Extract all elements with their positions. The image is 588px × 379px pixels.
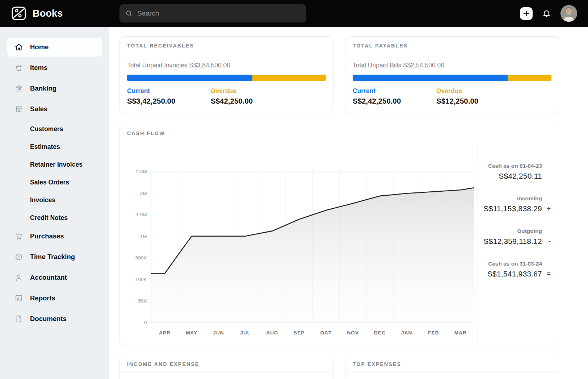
svg-text:DEC: DEC: [374, 330, 386, 336]
search-icon: [125, 10, 133, 17]
sidebar-item-sales[interactable]: Sales: [7, 100, 102, 118]
sidebar-item-label: Accountant: [30, 274, 67, 282]
summary-label: Cash as on 31-03-24: [478, 261, 542, 267]
summary-value: S$42,250.11: [478, 172, 542, 180]
svg-text:0: 0: [144, 320, 147, 325]
sidebar-item-estimates[interactable]: Estimates: [7, 138, 102, 156]
quick-create-button[interactable]: [520, 7, 533, 20]
notifications-button[interactable]: [542, 9, 551, 18]
card-title: INCOME AND EXPENSE: [120, 355, 333, 373]
summary-value: S$1,541,933.67: [478, 270, 542, 278]
sidebar-item-documents[interactable]: Documents: [7, 309, 102, 328]
search-input[interactable]: [137, 9, 301, 17]
sidebar-item-label: Time Tracking: [30, 253, 75, 261]
summary-operator: +: [547, 205, 551, 213]
sidebar-item-label: Reports: [30, 294, 55, 302]
sidebar-item-credit-notes[interactable]: Credit Notes: [7, 209, 102, 227]
top-expenses-card: TOP EXPENSES: [345, 355, 559, 379]
books-logo-icon: [11, 5, 27, 21]
sidebar-item-label: Purchases: [30, 232, 64, 240]
overdue-amount: S$12,250.00: [436, 97, 520, 105]
sidebar-item-home[interactable]: Home: [7, 38, 102, 57]
svg-text:100K: 100K: [135, 277, 147, 282]
card-title: CASH FLOW: [120, 124, 559, 142]
cashflow-summary-row-cash-as-on-31-03-24: Cash as on 31-03-24S$1,541,933.67=: [478, 261, 551, 278]
sidebar-item-reports[interactable]: Reports: [7, 289, 102, 308]
cashflow-chart: 050K100K500K1M1.5M2M2.5MAPRMAYJUNJULAUGS…: [120, 142, 478, 345]
svg-text:MAR: MAR: [454, 330, 467, 336]
overdue-label: Overdue: [436, 87, 520, 95]
app-logo: Books: [11, 5, 119, 21]
cashflow-summary: Cash as on 01-04-23S$42,250.11IncomingS$…: [478, 142, 559, 345]
svg-text:NOV: NOV: [347, 330, 359, 336]
sidebar-item-label: Banking: [30, 84, 56, 92]
sidebar-item-label: Sales Orders: [30, 179, 69, 186]
document-icon: [14, 315, 23, 323]
overdue-bar-segment: [508, 75, 551, 81]
storefront-icon: [14, 105, 23, 113]
sidebar-item-label: Customers: [30, 125, 63, 133]
sidebar-item-items[interactable]: Items: [7, 58, 102, 77]
user-avatar[interactable]: [560, 5, 577, 22]
receivables-progress-bar: [127, 75, 326, 81]
card-title: TOTAL PAYABLES: [345, 37, 559, 54]
summary-label: Incoming: [478, 195, 542, 202]
overdue-amount: S$42,250.00: [211, 97, 294, 105]
main-content: TOTAL RECEIVABLES Total Unpaid Invoices …: [109, 27, 588, 379]
sidebar-item-sales-orders[interactable]: Sales Orders: [7, 174, 102, 191]
sidebar-item-accountant[interactable]: Accountant: [7, 268, 102, 287]
card-title: TOP EXPENSES: [345, 355, 559, 373]
cashflow-summary-row-outgoing: OutgoingS$12,359,118.12-: [478, 228, 551, 246]
bell-icon: [542, 9, 551, 18]
svg-text:JAN: JAN: [401, 330, 412, 336]
accountant-icon: [14, 273, 23, 282]
card-title: TOTAL RECEIVABLES: [120, 37, 333, 54]
current-amount: S$3,42,250.00: [127, 97, 211, 105]
sidebar-item-label: Credit Notes: [30, 214, 68, 222]
svg-text:APR: APR: [159, 330, 171, 336]
svg-text:1M: 1M: [140, 234, 147, 239]
overdue-label: Overdue: [211, 87, 294, 95]
cart-icon: [14, 232, 23, 241]
svg-text:JUN: JUN: [213, 330, 224, 336]
sidebar-item-label: Invoices: [30, 196, 55, 204]
sidebar-item-label: Retainer Invoices: [30, 161, 83, 168]
total-unpaid-invoices: Total Unpaid Invoices S$3,84,500.00: [127, 62, 326, 69]
current-bar-segment: [353, 75, 508, 81]
cashflow-summary-row-cash-as-on-01-04-23: Cash as on 01-04-23S$42,250.11: [478, 163, 551, 180]
svg-text:SEP: SEP: [294, 330, 304, 336]
summary-operator: -: [549, 237, 551, 245]
topbar: Books: [0, 0, 588, 27]
current-bar-segment: [127, 75, 252, 81]
svg-text:AUG: AUG: [266, 330, 278, 336]
topbar-actions: [520, 5, 577, 22]
avatar-photo: [560, 5, 577, 22]
bank-icon: [14, 84, 23, 93]
app-title: Books: [33, 8, 63, 19]
sidebar-item-retainer-invoices[interactable]: Retainer Invoices: [7, 156, 102, 174]
svg-text:MAY: MAY: [186, 330, 197, 336]
svg-text:2.5M: 2.5M: [136, 169, 147, 174]
summary-operator: =: [547, 270, 551, 278]
svg-text:50K: 50K: [138, 299, 147, 304]
payables-progress-bar: [353, 75, 551, 81]
sidebar-item-time-tracking[interactable]: Time Tracking: [7, 247, 102, 266]
sidebar-item-purchases[interactable]: Purchases: [7, 227, 102, 246]
sidebar-item-banking[interactable]: Banking: [7, 79, 102, 98]
svg-text:OCT: OCT: [320, 330, 332, 336]
sidebar-item-customers[interactable]: Customers: [7, 120, 102, 138]
home-icon: [14, 43, 23, 51]
summary-label: Cash as on 01-04-23: [478, 163, 542, 169]
sidebar-item-label: Items: [30, 64, 47, 72]
sidebar-item-label: Estimates: [30, 143, 60, 151]
svg-text:FEB: FEB: [428, 330, 439, 336]
sidebar-item-label: Home: [30, 43, 49, 51]
clock-icon: [14, 253, 23, 261]
current-amount: S$2,42,250.00: [353, 97, 436, 105]
total-payables-card: TOTAL PAYABLES Total Unpaid Bills S$2,54…: [345, 36, 559, 113]
sidebar-item-label: Documents: [30, 315, 67, 323]
summary-label: Outgoing: [478, 228, 542, 234]
svg-text:JUL: JUL: [240, 330, 251, 336]
sidebar-item-invoices[interactable]: Invoices: [7, 191, 102, 209]
current-label: Current: [127, 87, 211, 95]
